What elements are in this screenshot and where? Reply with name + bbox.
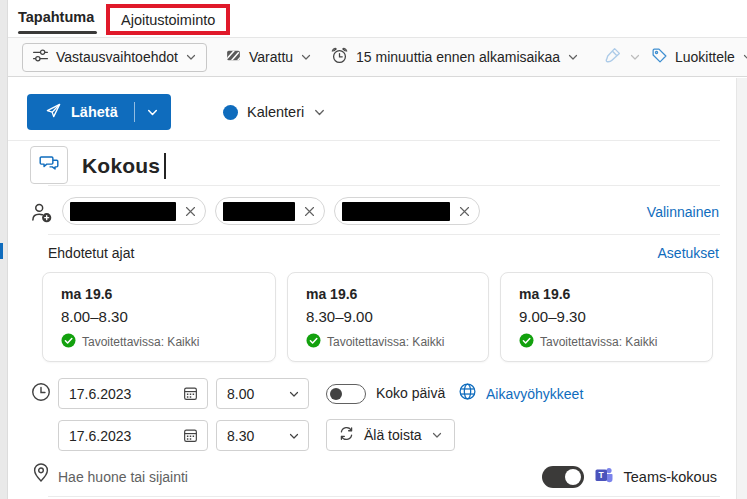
start-time-dropdown[interactable] <box>216 378 309 409</box>
toggle-knob <box>565 469 581 485</box>
chevron-down-icon <box>567 51 579 63</box>
chevron-down-icon <box>742 51 747 63</box>
format-painter-button[interactable] <box>603 43 641 72</box>
suggested-time-cards: ma 19.6 8.00–8.30 Tavoitettavissa: Kaikk… <box>42 272 713 362</box>
categorize-label: Luokittele <box>675 49 735 65</box>
calendar-icon[interactable] <box>182 427 199 444</box>
divider <box>48 185 720 186</box>
reminder-value: 15 minuuttia ennen alkamisaikaa <box>356 49 560 65</box>
add-attendees-icon <box>30 201 53 228</box>
chevron-down-icon <box>313 106 326 119</box>
suggestion-time: 9.00–9.30 <box>519 308 712 325</box>
send-options-chevron[interactable] <box>135 94 171 130</box>
suggestion-time: 8.00–8.30 <box>61 308 275 325</box>
calendar-icon[interactable] <box>182 385 199 402</box>
end-time-dropdown[interactable] <box>216 420 309 451</box>
response-options-icon <box>32 47 49 67</box>
optional-attendees-link[interactable]: Valinnainen <box>647 204 719 220</box>
event-compose-window: Tapahtuma Ajoitustoiminto Vastausvaihtoe… <box>0 0 747 499</box>
location-pin-icon <box>30 462 52 488</box>
response-options-button[interactable]: Vastausvaihtoehdot <box>22 43 207 72</box>
chevron-down-icon <box>185 51 197 63</box>
available-check-icon <box>519 333 534 351</box>
calendar-selector[interactable]: Kalenteri <box>223 94 326 130</box>
suggested-times-header: Ehdotetut ajat <box>48 245 134 261</box>
redacted-attendee-name <box>342 202 450 221</box>
chevron-down-icon[interactable] <box>288 430 300 442</box>
redacted-attendee-name <box>223 202 295 221</box>
send-label: Lähetä <box>71 104 118 120</box>
chevron-down-icon[interactable] <box>288 388 300 400</box>
paintbrush-icon <box>603 46 622 68</box>
remove-attendee-icon[interactable] <box>459 206 470 217</box>
suggestion-availability: Tavoitettavissa: Kaikki <box>540 335 657 349</box>
divider <box>48 234 720 235</box>
teams-meeting-toggle[interactable] <box>542 466 584 488</box>
tag-icon <box>651 47 668 67</box>
recurrence-value: Älä toista <box>364 427 422 443</box>
tab-scheduling-assistant[interactable]: Ajoitustoiminto <box>121 12 215 28</box>
toggle-knob <box>330 388 342 400</box>
categorize-dropdown[interactable]: Luokittele <box>651 43 747 72</box>
suggestions-settings-link[interactable]: Asetukset <box>658 245 719 261</box>
time-suggestion-card[interactable]: ma 19.6 9.00–9.30 Tavoitettavissa: Kaikk… <box>500 272 713 362</box>
attendee-chip[interactable] <box>62 197 206 225</box>
suggestion-day: ma 19.6 <box>519 286 712 302</box>
busy-status-icon <box>225 47 242 67</box>
ribbon-tabs: Tapahtuma Ajoitustoiminto <box>8 0 747 37</box>
send-button[interactable]: Lähetä <box>27 94 134 130</box>
all-day-toggle[interactable] <box>326 384 366 404</box>
calendar-name: Kalenteri <box>247 104 304 120</box>
divider <box>8 140 720 141</box>
calendar-color-dot <box>223 105 238 120</box>
event-title-input[interactable]: Kokous <box>82 147 166 185</box>
text-cursor <box>164 153 166 179</box>
svg-text:T: T <box>598 470 604 480</box>
show-as-dropdown[interactable]: Varattu <box>225 43 312 72</box>
left-accent-mark <box>0 243 3 259</box>
end-date-field[interactable] <box>58 420 208 451</box>
suggestion-availability: Tavoitettavissa: Kaikki <box>82 335 199 349</box>
attendee-chip-list <box>62 197 480 225</box>
redacted-attendee-name <box>70 202 176 221</box>
suggestion-availability: Tavoitettavissa: Kaikki <box>327 335 444 349</box>
available-check-icon <box>61 333 76 351</box>
timezones-link[interactable]: Aikavyöhykkeet <box>458 382 583 405</box>
time-suggestion-card[interactable]: ma 19.6 8.30–9.00 Tavoitettavissa: Kaikk… <box>287 272 489 362</box>
start-date-field[interactable] <box>58 378 208 409</box>
alarm-clock-icon <box>330 46 349 68</box>
chat-bubbles-icon <box>38 152 60 178</box>
suggestion-day: ma 19.6 <box>306 286 488 302</box>
location-search-input[interactable] <box>58 462 438 492</box>
event-title-value: Kokous <box>82 154 160 178</box>
repeat-icon <box>338 425 355 445</box>
clock-icon <box>30 381 52 407</box>
annotation-red-box: Ajoitustoiminto <box>106 4 230 35</box>
remove-attendee-icon[interactable] <box>304 206 315 217</box>
available-check-icon <box>306 333 321 351</box>
teams-meeting-label: Teams-kokous <box>624 469 717 485</box>
scrollbar-track[interactable] <box>736 78 747 499</box>
timezones-label: Aikavyöhykkeet <box>486 386 583 402</box>
divider <box>48 496 720 497</box>
attendee-chip[interactable] <box>215 197 325 225</box>
recurrence-dropdown[interactable]: Älä toista <box>326 419 455 451</box>
remove-attendee-icon[interactable] <box>185 206 196 217</box>
send-icon <box>45 102 62 122</box>
event-form: Lähetä Kalenteri Kokous <box>8 78 736 499</box>
time-suggestion-card[interactable]: ma 19.6 8.00–8.30 Tavoitettavissa: Kaikk… <box>42 272 276 362</box>
active-tab-underline <box>18 31 97 34</box>
teams-meeting-control: T Teams-kokous <box>542 462 717 492</box>
show-as-value: Varattu <box>249 49 293 65</box>
chevron-down-icon <box>431 429 443 441</box>
teams-logo-icon: T <box>594 465 614 489</box>
reminder-dropdown[interactable]: 15 minuuttia ennen alkamisaikaa <box>330 43 579 72</box>
suggestion-time: 8.30–9.00 <box>306 308 488 325</box>
ribbon-toolbar: Vastausvaihtoehdot Varattu 15 minuuttia … <box>8 37 747 77</box>
tab-event[interactable]: Tapahtuma <box>18 0 94 34</box>
response-options-label: Vastausvaihtoehdot <box>56 49 178 65</box>
all-day-label: Koko päivä <box>376 385 445 401</box>
attendee-chip[interactable] <box>334 197 480 225</box>
chevron-down-icon <box>300 51 312 63</box>
event-icon-picker[interactable] <box>30 146 68 184</box>
